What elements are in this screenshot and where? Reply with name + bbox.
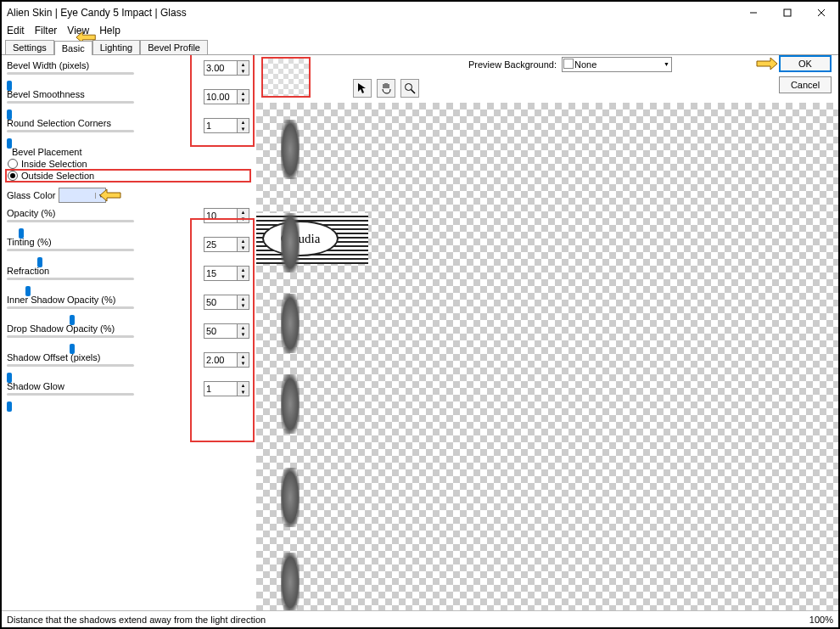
spin-down[interactable]: ▼ [238,126,249,132]
input-shadow-glow[interactable] [204,381,238,396]
maximize-button[interactable] [770,2,804,23]
tool-zoom[interactable] [400,79,419,98]
status-hint: Distance that the shadows extend away fr… [7,615,266,625]
spin-down[interactable]: ▼ [238,68,249,75]
param-tinting: Tinting (%) ▲▼ [7,237,249,262]
slider-shadow-offset[interactable] [7,364,134,367]
preview-bg-swatch-icon [563,59,574,69]
preview-bg-select[interactable]: None [562,57,672,72]
glass-color-picker[interactable] [59,188,106,203]
svg-rect-1 [784,9,791,16]
radio-outside-selection[interactable]: Outside Selection [7,171,249,181]
preview-shape [281,553,300,610]
minimize-button[interactable] [736,2,770,23]
spin-down[interactable]: ▼ [238,97,249,104]
tab-lighting[interactable]: Lighting [92,40,141,54]
thumbnail-strip: Preview Background: None ▼ OK Cancel [256,55,838,103]
radio-icon [8,159,18,169]
label-glass-color: Glass Color [7,190,55,200]
radio-inside-selection[interactable]: Inside Selection [7,159,249,169]
settings-panel: Bevel Width (pixels) ▲▼ Bevel Smoothness… [2,55,256,610]
slider-inner-shadow[interactable] [7,306,134,309]
spin-up[interactable]: ▲ [238,324,249,331]
status-bar: Distance that the shadows extend away fr… [2,610,838,627]
cancel-button[interactable]: Cancel [779,76,832,93]
spin-up[interactable]: ▲ [238,353,249,360]
menu-help[interactable]: Help [99,25,120,37]
preview-area: Preview Background: None ▼ OK Cancel [256,55,838,610]
preview-thumbnail[interactable] [261,57,311,98]
param-bevel-smoothness: Bevel Smoothness ▲▼ [7,89,249,115]
spin-up[interactable]: ▲ [238,238,249,244]
spin-up[interactable]: ▲ [238,119,249,126]
input-shadow-offset[interactable] [204,352,238,368]
bevel-placement-group: Bevel Placement Inside Selection Outside… [7,147,249,181]
preview-shape [281,294,300,353]
tool-pointer[interactable] [353,79,372,98]
spin-down[interactable]: ▼ [238,216,249,222]
tab-basic[interactable]: Basic [54,41,92,55]
menu-view[interactable]: View [67,25,89,37]
app-window: Alien Skin | Eye Candy 5 Impact | Glass … [0,0,840,629]
slider-round-corners[interactable] [7,130,134,132]
client-area: Bevel Width (pixels) ▲▼ Bevel Smoothness… [2,55,838,610]
spin-up[interactable]: ▲ [238,90,249,97]
window-title: Alien Skin | Eye Candy 5 Impact | Glass [7,7,736,19]
spin-down[interactable]: ▼ [238,360,249,367]
tab-bar: Settings Basic Lighting Bevel Profile [2,40,838,55]
tool-hand[interactable] [377,79,395,98]
param-shadow-glow: Shadow Glow ▲▼ [7,381,249,407]
param-inner-shadow: Inner Shadow Opacity (%) ▲▼ [7,295,249,320]
slider-opacity[interactable] [7,220,134,222]
input-opacity[interactable] [204,208,238,223]
param-opacity: Opacity (%) ▲▼ [7,208,249,233]
spin-up[interactable]: ▲ [238,295,249,302]
spin-down[interactable]: ▼ [238,331,249,338]
menu-edit[interactable]: Edit [7,25,25,37]
preview-shape [281,120,300,179]
label-bevel-placement: Bevel Placement [12,147,249,157]
svg-point-4 [406,84,412,91]
input-bevel-width[interactable] [204,60,238,76]
slider-shadow-glow[interactable] [7,393,134,396]
radio-icon [8,171,18,181]
spin-down[interactable]: ▼ [238,244,249,251]
titlebar: Alien Skin | Eye Candy 5 Impact | Glass [2,2,838,23]
menubar: Edit Filter View Help [2,23,838,40]
input-bevel-smoothness[interactable] [204,89,238,104]
spin-up[interactable]: ▲ [238,209,249,216]
spin-down[interactable]: ▼ [238,273,249,280]
spin-up[interactable]: ▲ [238,382,249,389]
param-drop-shadow: Drop Shadow Opacity (%) ▲▼ [7,323,249,349]
slider-bevel-smoothness[interactable] [7,101,134,104]
input-inner-shadow[interactable] [204,295,238,310]
slider-refraction[interactable] [7,278,134,280]
status-zoom: 100% [809,615,833,625]
pointer-hand-icon [753,55,779,73]
chevron-down-icon: ▼ [664,61,669,67]
slider-drop-shadow[interactable] [7,335,134,338]
tab-settings[interactable]: Settings [5,40,54,54]
param-shadow-offset: Shadow Offset (pixels) ▲▼ [7,352,249,378]
svg-line-5 [412,90,416,94]
input-tinting[interactable] [204,237,238,252]
slider-tinting[interactable] [7,249,134,251]
preview-canvas[interactable]: Claudia [256,103,838,610]
param-bevel-width: Bevel Width (pixels) ▲▼ [7,60,249,86]
preview-shape [281,374,300,434]
menu-filter[interactable]: Filter [35,25,58,37]
input-drop-shadow[interactable] [204,323,238,339]
spin-up[interactable]: ▲ [238,267,249,273]
spin-down[interactable]: ▼ [238,302,249,309]
spin-down[interactable]: ▼ [238,389,249,396]
slider-bevel-width[interactable] [7,72,134,75]
param-glass-color: Glass Color [7,188,249,203]
input-refraction[interactable] [204,266,238,281]
ok-button[interactable]: OK [779,55,832,72]
spin-up[interactable]: ▲ [238,61,249,68]
close-button[interactable] [804,2,838,23]
tab-bevel-profile[interactable]: Bevel Profile [140,40,208,54]
input-round-corners[interactable] [204,118,238,133]
label-preview-bg: Preview Background: [468,59,557,70]
radio-label-outside: Outside Selection [21,171,94,181]
